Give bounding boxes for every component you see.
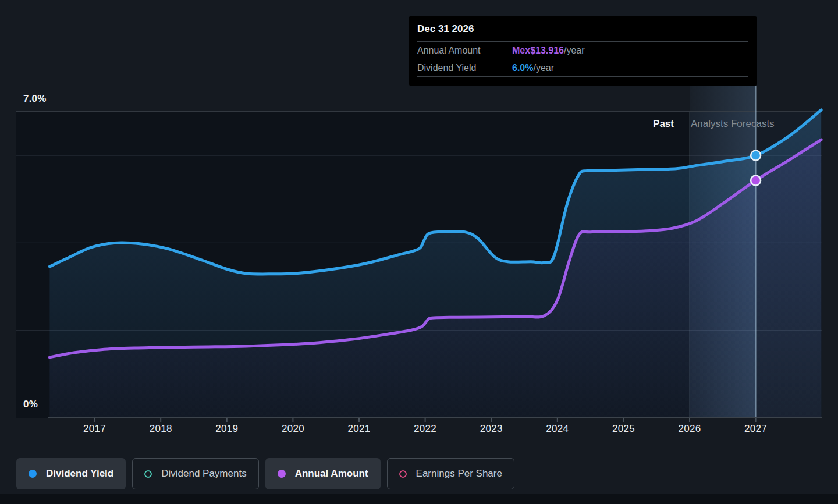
x-axis-label-2025: 2025: [597, 423, 649, 435]
x-axis: 2017201820192020202120222023202420252026…: [0, 423, 838, 439]
x-axis-label-2026: 2026: [663, 423, 716, 435]
dividend-yield-marker-dot[interactable]: [751, 151, 761, 161]
x-axis-label-2023: 2023: [465, 423, 517, 435]
dividend-chart-page: 7.0% 0% Past Analysts Forecasts 20172018…: [0, 0, 838, 504]
tooltip-row-value: Mex$13.916: [512, 45, 564, 56]
bottom-strip: [0, 494, 838, 504]
analysts-forecasts-label: Analysts Forecasts: [691, 118, 775, 130]
ring-icon: [399, 470, 407, 478]
tooltip: Dec 31 2026 Annual AmountMex$13.916/year…: [409, 16, 757, 86]
tooltip-row: Annual AmountMex$13.916/year: [417, 42, 748, 59]
legend-button-earnings-per-share[interactable]: Earnings Per Share: [387, 458, 514, 489]
y-axis-min-label: 0%: [23, 399, 38, 410]
x-axis-label-2021: 2021: [333, 423, 385, 435]
x-axis-label-2022: 2022: [399, 423, 452, 435]
past-label: Past: [604, 118, 674, 130]
tooltip-row-value: 6.0%: [512, 63, 533, 73]
filled-dot-icon: [278, 470, 286, 478]
legend-button-dividend-payments[interactable]: Dividend Payments: [132, 458, 258, 489]
x-axis-label-2019: 2019: [201, 423, 253, 435]
y-axis-max-label: 7.0%: [23, 93, 47, 105]
x-axis-label-2024: 2024: [531, 423, 584, 435]
legend-button-annual-amount[interactable]: Annual Amount: [265, 458, 381, 489]
tooltip-row-label: Dividend Yield: [417, 63, 512, 73]
x-axis-label-2027: 2027: [730, 423, 782, 435]
legend-button-dividend-yield[interactable]: Dividend Yield: [16, 458, 126, 489]
tooltip-row: Dividend Yield6.0%/year: [417, 59, 748, 77]
tooltip-date: Dec 31 2026: [417, 16, 748, 42]
tooltip-row-suffix: /year: [564, 45, 585, 56]
legend-label: Dividend Payments: [161, 468, 246, 480]
x-axis-label-2020: 2020: [267, 423, 319, 435]
annual-amount-marker-dot[interactable]: [751, 176, 761, 186]
filled-dot-icon: [29, 470, 37, 478]
x-axis-label-2018: 2018: [134, 423, 187, 435]
legend-bar: Dividend YieldDividend PaymentsAnnual Am…: [16, 458, 514, 489]
legend-label: Earnings Per Share: [416, 468, 502, 480]
tooltip-row-label: Annual Amount: [417, 45, 512, 56]
legend-label: Annual Amount: [295, 468, 368, 480]
tooltip-rows: Annual AmountMex$13.916/yearDividend Yie…: [417, 42, 748, 77]
tooltip-row-suffix: /year: [533, 63, 554, 73]
ring-icon: [144, 470, 152, 478]
x-axis-label-2017: 2017: [69, 423, 121, 435]
legend-label: Dividend Yield: [46, 468, 113, 480]
